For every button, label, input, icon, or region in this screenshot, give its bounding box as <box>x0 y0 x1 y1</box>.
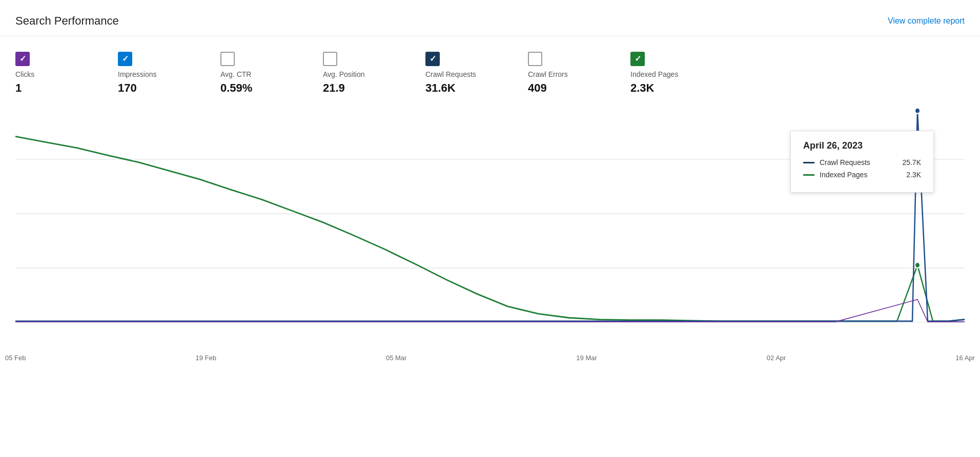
page-title: Search Performance <box>15 14 119 28</box>
crawl-requests-dot <box>915 108 920 114</box>
checkmark-indexed-pages: ✓ <box>635 55 641 63</box>
x-axis-label: 19 Mar <box>576 354 597 362</box>
view-complete-report-link[interactable]: View complete report <box>888 16 965 26</box>
checkbox-avg-position[interactable] <box>323 52 337 66</box>
metric-crawl-errors: Crawl Errors409 <box>528 52 630 95</box>
metric-avg-ctr: Avg. CTR0.59% <box>220 52 323 95</box>
metric-label-crawl-requests: Crawl Requests <box>425 70 476 78</box>
metric-label-avg-position: Avg. Position <box>323 70 364 78</box>
tooltip-legend-color <box>803 162 814 163</box>
tooltip-metric-value: 25.7K <box>902 158 921 167</box>
checkmark-clicks: ✓ <box>19 55 26 63</box>
checkbox-impressions[interactable]: ✓ <box>118 52 132 66</box>
x-axis-labels: 05 Feb19 Feb05 Mar19 Mar02 Apr16 Apr <box>0 351 980 362</box>
metrics-row: ✓Clicks1✓Impressions170Avg. CTR0.59%Avg.… <box>0 36 980 95</box>
metric-label-crawl-errors: Crawl Errors <box>528 70 568 78</box>
metric-value-avg-ctr: 0.59% <box>220 81 252 95</box>
tooltip-row: Indexed Pages2.3K <box>803 171 921 179</box>
metric-value-crawl-errors: 409 <box>528 81 547 95</box>
x-axis-label: 16 Apr <box>955 354 975 362</box>
tooltip-metric-name: Crawl Requests <box>820 158 892 167</box>
checkmark-crawl-requests: ✓ <box>430 55 436 63</box>
x-axis-label: 05 Mar <box>386 354 406 362</box>
x-axis-label: 02 Apr <box>767 354 786 362</box>
x-axis-label: 19 Feb <box>195 354 216 362</box>
tooltip-date: April 26, 2023 <box>803 140 921 151</box>
metric-label-avg-ctr: Avg. CTR <box>220 70 251 78</box>
page-header: Search Performance View complete report <box>0 0 980 36</box>
tooltip-metric-name: Indexed Pages <box>820 171 896 179</box>
metric-value-indexed-pages: 2.3K <box>630 81 654 95</box>
tooltip-metric-value: 2.3K <box>906 171 921 179</box>
metric-label-indexed-pages: Indexed Pages <box>630 70 678 78</box>
metric-label-impressions: Impressions <box>118 70 156 78</box>
checkbox-avg-ctr[interactable] <box>220 52 235 66</box>
metric-impressions: ✓Impressions170 <box>118 52 220 95</box>
indexed-pages-dot <box>915 262 920 268</box>
tooltip-box: April 26, 2023 Crawl Requests25.7KIndexe… <box>790 131 934 193</box>
checkbox-indexed-pages[interactable]: ✓ <box>630 52 645 66</box>
metric-clicks: ✓Clicks1 <box>15 52 118 95</box>
checkmark-impressions: ✓ <box>122 55 129 63</box>
metric-indexed-pages: ✓Indexed Pages2.3K <box>630 52 733 95</box>
tooltip-legend-color <box>803 174 814 176</box>
metric-value-avg-position: 21.9 <box>323 81 345 95</box>
metric-label-clicks: Clicks <box>15 70 34 78</box>
metric-avg-position: Avg. Position21.9 <box>323 52 425 95</box>
checkbox-crawl-errors[interactable] <box>528 52 542 66</box>
metric-value-clicks: 1 <box>15 81 22 95</box>
metric-value-impressions: 170 <box>118 81 137 95</box>
checkbox-crawl-requests[interactable]: ✓ <box>425 52 440 66</box>
x-axis-label: 05 Feb <box>5 354 26 362</box>
chart-area: April 26, 2023 Crawl Requests25.7KIndexe… <box>15 105 965 351</box>
tooltip-row: Crawl Requests25.7K <box>803 158 921 167</box>
checkbox-clicks[interactable]: ✓ <box>15 52 30 66</box>
metric-value-crawl-requests: 31.6K <box>425 81 456 95</box>
metric-crawl-requests: ✓Crawl Requests31.6K <box>425 52 528 95</box>
clicks-line <box>15 300 965 322</box>
